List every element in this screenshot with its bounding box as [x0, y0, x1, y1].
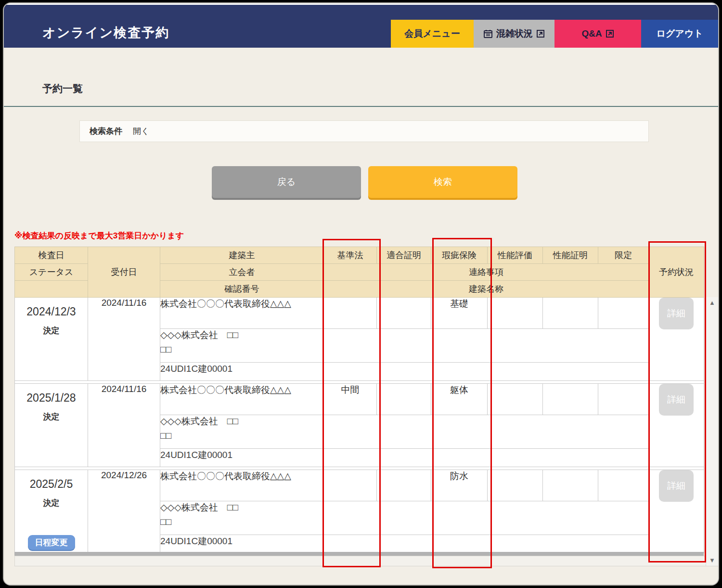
header-confirmation-number: 確認番号	[160, 281, 324, 298]
performance-evaluation-cell	[488, 298, 543, 329]
heading-divider	[4, 106, 718, 107]
conformity-certificate-cell	[377, 470, 431, 501]
performance-evaluation-cell	[488, 384, 543, 415]
header-standards-law: 基準法	[324, 247, 377, 264]
scroll-up-icon[interactable]: ▲	[709, 300, 715, 306]
defect-insurance-cell: 躯体	[431, 384, 488, 415]
table-row: 2024/12/3 決定 2024/11/16 株式会社〇〇〇代表取締役△△△ …	[15, 298, 704, 329]
search-button[interactable]: 検索	[368, 166, 517, 198]
status-label: 決定	[15, 411, 88, 422]
conformity-certificate-cell	[377, 298, 431, 329]
search-condition-open-toggle[interactable]: 開く	[133, 126, 149, 137]
header-limited: 限定	[598, 247, 649, 264]
header-inspection-date: 検査日	[15, 247, 88, 264]
limited-cell	[598, 384, 649, 415]
top-navbar: オンライン検査予約 会員メニュー	[4, 5, 718, 48]
confirmation-number-cell: 24UDI1C建00001	[160, 449, 324, 467]
qa-button[interactable]: Q&A	[554, 20, 641, 48]
inspection-date: 2024/12/3	[15, 305, 88, 318]
attendee-cell: ◇◇◇株式会社 □□ □□	[160, 415, 324, 449]
contact-items-cell	[324, 415, 649, 449]
performance-certificate-cell	[543, 298, 598, 329]
building-name-cell	[324, 449, 649, 467]
external-link-icon	[606, 29, 614, 38]
contact-items-cell	[324, 501, 649, 535]
defect-insurance-cell: 基礎	[431, 298, 488, 329]
reception-date-cell: 2024/11/16	[88, 384, 160, 467]
reservation-table: 検査日 受付日 建築主 基準法 適合証明 瑕疵保険 性能評価 性能証明 限定 予…	[14, 247, 704, 553]
reservation-table-wrap: 検査日 受付日 建築主 基準法 適合証明 瑕疵保険 性能評価 性能証明 限定 予…	[14, 247, 704, 553]
table-row: 2025/2/5 決定 日程変更 2024/12/26 株式会社〇〇〇代表取締役…	[15, 470, 704, 501]
header-contact-items: 連絡事項	[324, 264, 649, 281]
header-attendee: 立会者	[160, 264, 324, 281]
performance-evaluation-cell	[488, 470, 543, 501]
building-name-cell	[324, 535, 649, 553]
navbar-buttons: 会員メニュー 混雑状況	[391, 20, 718, 48]
standards-law-cell: 中間	[324, 384, 377, 415]
result-reflection-notice: ※検査結果の反映まで最大3営業日かかります	[14, 230, 184, 241]
inspection-date-cell: 2025/1/28 決定	[15, 384, 88, 467]
reservation-status-cell: 詳細	[649, 384, 704, 467]
attendee-cell: ◇◇◇株式会社 □□ □□	[160, 329, 324, 363]
congestion-button[interactable]: 混雑状況	[474, 20, 554, 48]
header-reservation-status: 予約状況	[649, 247, 704, 298]
vertical-scrollbar[interactable]: ▲ ▼	[706, 297, 718, 566]
performance-certificate-cell	[543, 384, 598, 415]
detail-button[interactable]: 詳細	[659, 384, 694, 416]
detail-button[interactable]: 詳細	[659, 298, 694, 329]
inspection-date: 2025/2/5	[15, 478, 88, 491]
attendee-line2: □□	[160, 431, 323, 441]
attendee-line1: ◇◇◇株式会社 □□	[160, 415, 323, 428]
app-window: オンライン検査予約 会員メニュー	[3, 2, 719, 586]
attendee-line2: □□	[160, 517, 323, 527]
standards-law-cell	[324, 470, 377, 501]
app-title: オンライン検査予約	[42, 24, 169, 41]
attendee-line1: ◇◇◇株式会社 □□	[160, 501, 323, 514]
attendee-cell: ◇◇◇株式会社 □□ □□	[160, 501, 324, 535]
header-building-name: 建築名称	[324, 281, 649, 298]
table-row: 2025/1/28 決定 2024/11/16 株式会社〇〇〇代表取締役△△△ …	[15, 384, 704, 415]
scroll-down-icon[interactable]: ▼	[709, 557, 715, 563]
header-status: ステータス	[15, 264, 88, 281]
search-condition-panel[interactable]: 検索条件 開く	[79, 120, 649, 142]
member-menu-button[interactable]: 会員メニュー	[391, 20, 474, 48]
standards-law-cell	[324, 298, 377, 329]
limited-cell	[598, 298, 649, 329]
conformity-certificate-cell	[377, 384, 431, 415]
inspection-date: 2025/1/28	[15, 392, 88, 405]
search-condition-label: 検索条件	[90, 126, 122, 137]
qa-label: Q&A	[581, 28, 602, 39]
congestion-label: 混雑状況	[496, 27, 533, 40]
contact-items-cell	[324, 329, 649, 363]
reservation-status-cell: 詳細	[649, 298, 704, 381]
performance-certificate-cell	[543, 470, 598, 501]
table-bottom-bar	[14, 552, 704, 556]
status-label: 決定	[15, 325, 88, 336]
back-button[interactable]: 戻る	[212, 166, 361, 198]
screenshot-root: オンライン検査予約 会員メニュー	[0, 0, 722, 588]
external-link-icon	[536, 29, 545, 38]
logout-button[interactable]: ログアウト	[641, 20, 718, 48]
horizontal-scrollbar-track[interactable]	[14, 556, 718, 566]
builder-cell: 株式会社〇〇〇代表取締役△△△	[160, 384, 324, 415]
attendee-line1: ◇◇◇株式会社 □□	[160, 329, 323, 341]
header-defect-insurance: 瑕疵保険	[431, 247, 488, 264]
status-label: 決定	[15, 497, 88, 509]
logout-label: ログアウト	[656, 27, 703, 40]
detail-button[interactable]: 詳細	[659, 470, 694, 502]
reservation-status-cell: 詳細	[649, 470, 704, 553]
calendar-icon	[483, 29, 493, 39]
inspection-date-cell: 2024/12/3 決定	[15, 298, 88, 381]
header-performance-evaluation: 性能評価	[488, 247, 543, 264]
builder-cell: 株式会社〇〇〇代表取締役△△△	[160, 470, 324, 501]
attendee-line2: □□	[160, 344, 323, 355]
header-performance-certificate: 性能証明	[543, 247, 598, 264]
table-header: 検査日 受付日 建築主 基準法 適合証明 瑕疵保険 性能評価 性能証明 限定 予…	[15, 247, 704, 298]
limited-cell	[598, 470, 649, 501]
inspection-date-cell: 2025/2/5 決定 日程変更	[15, 470, 88, 553]
schedule-change-badge[interactable]: 日程変更	[28, 535, 75, 550]
member-menu-label: 会員メニュー	[404, 27, 460, 40]
builder-cell: 株式会社〇〇〇代表取締役△△△	[160, 298, 324, 329]
building-name-cell	[324, 363, 649, 381]
header-conformity-certificate: 適合証明	[377, 247, 431, 264]
